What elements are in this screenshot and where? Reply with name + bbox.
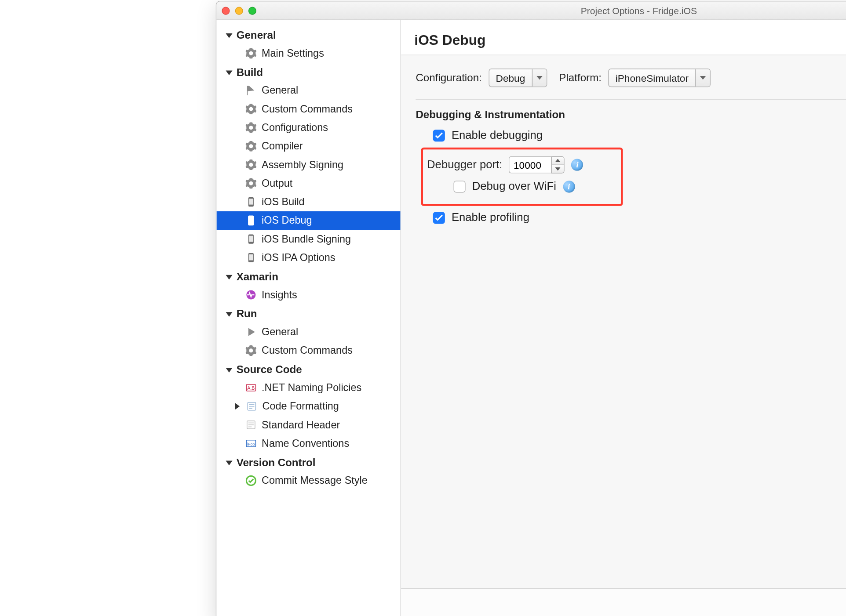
sidebar-item-code-formatting[interactable]: Code Formatting [216,397,400,416]
sidebar-item-label: Custom Commands [262,344,353,356]
sidebar-item-label: Standard Header [262,419,340,431]
phone-icon [246,197,256,207]
sidebar-item-run-custom-commands[interactable]: Custom Commands [216,341,400,360]
main-content: Configuration: Debug Platform: iPhoneSim… [401,55,846,588]
sidebar-item-label: iOS Bundle Signing [262,233,351,245]
sidebar-item-label: Compiler [262,140,303,152]
debug-over-wifi-label: Debug over WiFi [472,180,556,193]
section-label: Source Code [237,364,302,376]
chevron-down-icon [226,275,232,279]
platform-value: iPhoneSimulator [609,69,695,87]
window-title: Project Options - Fridge.iOS [216,5,846,16]
sidebar-item-label: .NET Naming Policies [262,382,361,394]
configuration-value: Debug [489,69,532,87]
info-icon[interactable]: i [571,159,583,170]
enable-profiling-checkbox[interactable] [433,212,445,224]
sidebar-item-label: Output [262,178,292,189]
sidebar-section-run[interactable]: Run [216,304,400,322]
gear-icon [246,48,256,58]
sidebar-item-ios-ipa-options[interactable]: iOS IPA Options [216,248,400,267]
gear-icon [246,141,256,152]
gear-icon [246,345,256,356]
chevron-down-icon [695,69,710,87]
gear-icon [246,122,256,133]
debug-over-wifi-checkbox[interactable] [453,181,465,192]
svg-rect-3 [249,217,253,223]
flag-icon [246,85,256,96]
enable-profiling-row: Enable profiling [433,211,846,225]
info-icon[interactable]: i [563,181,575,192]
sidebar-section-source-code[interactable]: Source Code [216,360,400,378]
gear-icon [246,104,256,114]
configuration-label: Configuration: [416,72,481,84]
sidebar-item-compiler[interactable]: Compiler [216,137,400,156]
gear-icon [246,159,256,170]
svg-rect-1 [249,199,253,205]
enable-debugging-row: Enable debugging [433,129,846,142]
sidebar-item-name-conventions[interactable]: iFoo Name Conventions [216,434,400,453]
chevron-down-icon [226,70,232,75]
sidebar-item-main-settings[interactable]: Main Settings [216,44,400,62]
sidebar-item-ios-build[interactable]: iOS Build [216,192,400,211]
stepper-up-button[interactable] [552,157,564,165]
document-icon [246,420,256,430]
sidebar-item-configurations[interactable]: Configurations [216,118,400,137]
stepper-down-button[interactable] [552,165,564,173]
sidebar-item-ios-bundle-signing[interactable]: iOS Bundle Signing [216,230,400,248]
sidebar-section-xamarin[interactable]: Xamarin [216,267,400,286]
chevron-down-icon [226,460,232,465]
sidebar-section-general[interactable]: General [216,25,400,44]
sidebar-item-ios-debug[interactable]: iOS Debug [216,211,400,230]
enable-debugging-label: Enable debugging [452,129,543,142]
project-options-window: Project Options - Fridge.iOS General Mai… [216,1,846,616]
sidebar-item-custom-commands[interactable]: Custom Commands [216,100,400,118]
sidebar: General Main Settings Build General Cust… [216,20,401,616]
titlebar: Project Options - Fridge.iOS [216,2,846,20]
debugger-port-label: Debugger port: [427,158,502,171]
configuration-select[interactable]: Debug [489,69,547,87]
sidebar-item-label: Main Settings [262,47,324,59]
sidebar-section-version-control[interactable]: Version Control [216,453,400,471]
section-label: Version Control [237,457,316,469]
svg-text:iFoo: iFoo [247,442,255,446]
sidebar-section-build[interactable]: Build [216,62,400,81]
sidebar-item-assembly-signing[interactable]: Assembly Signing [216,156,400,174]
chevron-down-icon [226,312,232,317]
enable-profiling-label: Enable profiling [452,211,529,225]
sidebar-item-output[interactable]: Output [216,174,400,192]
svg-rect-5 [249,236,253,242]
section-label: Xamarin [237,271,278,283]
sidebar-item-insights[interactable]: Insights [216,286,400,304]
enable-debugging-checkbox[interactable] [433,130,445,141]
sidebar-item-label: Code Formatting [263,400,339,412]
sidebar-item-net-naming-policies[interactable]: A.B .NET Naming Policies [216,378,400,397]
svg-rect-7 [249,254,253,261]
play-icon [246,327,256,337]
sidebar-item-run-general[interactable]: General [216,322,400,341]
debugging-instrumentation-label: Debugging & Instrumentation [416,109,846,121]
sidebar-item-standard-header[interactable]: Standard Header [216,416,400,434]
sidebar-item-label: Insights [262,289,297,301]
phone-icon [246,252,256,263]
chevron-down-icon [532,69,546,87]
debugger-port-input[interactable] [509,156,551,173]
abox-icon: A.B [246,382,256,393]
section-label: Build [237,67,263,79]
phone-icon [246,215,256,226]
platform-select[interactable]: iPhoneSimulator [608,69,711,87]
sidebar-item-commit-message-style[interactable]: Commit Message Style [216,471,400,490]
debugger-port-stepper [509,156,565,173]
section-label: General [237,29,276,41]
sidebar-item-label: iOS IPA Options [262,252,335,264]
sidebar-item-label: Commit Message Style [262,475,368,486]
debugger-port-row: Debugger port: i [427,156,617,173]
ifoo-icon: iFoo [246,438,256,449]
sidebar-item-label: Assembly Signing [262,159,343,170]
page-title: iOS Debug [414,32,846,48]
config-row: Configuration: Debug Platform: iPhoneSim… [416,69,846,100]
main-header: iOS Debug [401,20,846,55]
sidebar-item-label: iOS Debug [262,214,312,226]
sidebar-item-build-general[interactable]: General [216,81,400,100]
document-icon [246,401,257,412]
svg-text:A.B: A.B [247,385,255,391]
